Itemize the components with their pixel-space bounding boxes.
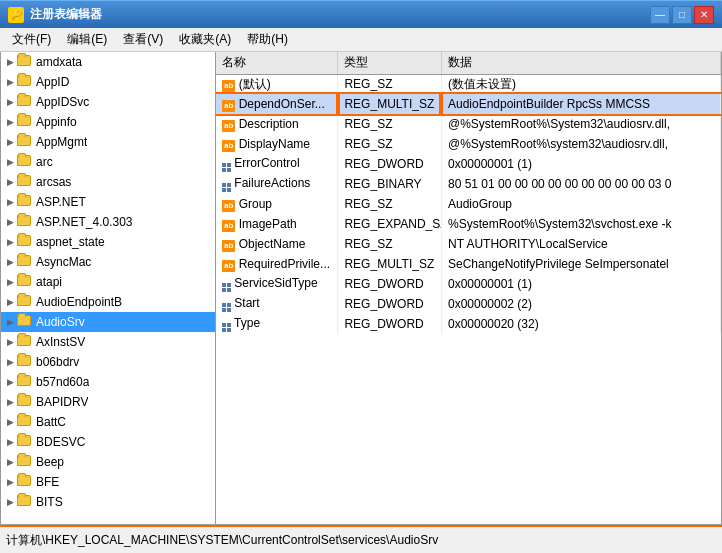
expand-arrow-icon: ▶: [5, 77, 15, 87]
value-type: REG_MULTI_SZ: [338, 94, 442, 114]
table-row[interactable]: ab ObjectNameREG_SZNT AUTHORITY\LocalSer…: [216, 234, 721, 254]
value-type: REG_EXPAND_SZ: [338, 214, 442, 234]
value-data: AudioGroup: [441, 194, 720, 214]
table-row[interactable]: ServiceSidTypeREG_DWORD0x00000001 (1): [216, 274, 721, 294]
value-data: @%SystemRoot%\System32\audiosrv.dll,: [441, 114, 720, 134]
menu-help[interactable]: 帮助(H): [239, 29, 296, 50]
folder-icon: [17, 135, 33, 149]
table-row[interactable]: ab DescriptionREG_SZ@%SystemRoot%\System…: [216, 114, 721, 134]
close-button[interactable]: ✕: [694, 6, 714, 24]
value-data: 0x00000001 (1): [441, 274, 720, 294]
tree-item[interactable]: ▶BattC: [1, 412, 215, 432]
menu-edit[interactable]: 编辑(E): [59, 29, 115, 50]
tree-item[interactable]: ▶arcsas: [1, 172, 215, 192]
folder-icon: [17, 235, 33, 249]
tree-item[interactable]: ▶BDESVC: [1, 432, 215, 452]
tree-item[interactable]: ▶BAPIDRV: [1, 392, 215, 412]
value-data: 0x00000001 (1): [441, 154, 720, 174]
table-row[interactable]: ab GroupREG_SZAudioGroup: [216, 194, 721, 214]
table-row[interactable]: StartREG_DWORD0x00000002 (2): [216, 294, 721, 314]
folder-icon: [17, 295, 33, 309]
tree-item[interactable]: ▶arc: [1, 152, 215, 172]
value-data: %SystemRoot%\System32\svchost.exe -k: [441, 214, 720, 234]
tree-item-label: arcsas: [36, 175, 71, 189]
tree-item[interactable]: ▶atapi: [1, 272, 215, 292]
tree-panel[interactable]: ▶amdxata▶AppID▶AppIDSvc▶Appinfo▶AppMgmt▶…: [1, 52, 216, 524]
value-data: 0x00000020 (32): [441, 314, 720, 334]
tree-item[interactable]: ▶b06bdrv: [1, 352, 215, 372]
tree-item-label: ASP.NET_4.0.303: [36, 215, 133, 229]
folder-icon: [17, 455, 33, 469]
expand-arrow-icon: ▶: [5, 137, 15, 147]
table-row[interactable]: ab (默认)REG_SZ(数值未设置): [216, 74, 721, 94]
tree-item-label: AsyncMac: [36, 255, 91, 269]
app-icon: 🔑: [8, 7, 24, 23]
expand-arrow-icon: ▶: [5, 277, 15, 287]
value-name: ab RequiredPrivile...: [216, 254, 338, 274]
table-row[interactable]: FailureActionsREG_BINARY80 51 01 00 00 0…: [216, 174, 721, 194]
tree-item-label: arc: [36, 155, 53, 169]
folder-icon: [17, 215, 33, 229]
tree-item-label: BFE: [36, 475, 59, 489]
value-name: ab Description: [216, 114, 338, 134]
tree-item[interactable]: ▶ASP.NET_4.0.303: [1, 212, 215, 232]
expand-arrow-icon: ▶: [5, 397, 15, 407]
values-panel[interactable]: 名称 类型 数据 ab (默认)REG_SZ(数值未设置)ab DependOn…: [216, 52, 721, 524]
tree-item[interactable]: ▶AxInstSV: [1, 332, 215, 352]
value-data: @%SystemRoot%\system32\audiosrv.dll,: [441, 134, 720, 154]
grid-icon: [222, 283, 231, 292]
status-label: 计算机\: [6, 532, 45, 549]
tree-item[interactable]: ▶AsyncMac: [1, 252, 215, 272]
folder-icon: [17, 275, 33, 289]
tree-item-label: aspnet_state: [36, 235, 105, 249]
expand-arrow-icon: ▶: [5, 57, 15, 67]
folder-icon: [17, 175, 33, 189]
table-row[interactable]: ab ImagePathREG_EXPAND_SZ%SystemRoot%\Sy…: [216, 214, 721, 234]
status-path: HKEY_LOCAL_MACHINE\SYSTEM\CurrentControl…: [45, 533, 438, 547]
tree-item[interactable]: ▶AudioSrv: [1, 312, 215, 332]
ab-icon: ab: [222, 240, 235, 252]
tree-item[interactable]: ▶AppMgmt: [1, 132, 215, 152]
table-row[interactable]: TypeREG_DWORD0x00000020 (32): [216, 314, 721, 334]
grid-icon: [222, 303, 231, 312]
expand-arrow-icon: ▶: [5, 337, 15, 347]
ab-icon: ab: [222, 200, 235, 212]
tree-item[interactable]: ▶Appinfo: [1, 112, 215, 132]
value-name: ab DependOnSer...: [216, 94, 338, 114]
col-header-name: 名称: [216, 52, 338, 74]
tree-item[interactable]: ▶AppID: [1, 72, 215, 92]
folder-icon: [17, 395, 33, 409]
table-row[interactable]: ab RequiredPrivile...REG_MULTI_SZSeChang…: [216, 254, 721, 274]
main-area: ▶amdxata▶AppID▶AppIDSvc▶Appinfo▶AppMgmt▶…: [0, 52, 722, 525]
minimize-button[interactable]: —: [650, 6, 670, 24]
folder-icon: [17, 155, 33, 169]
tree-item[interactable]: ▶AppIDSvc: [1, 92, 215, 112]
tree-item-label: AudioEndpointB: [36, 295, 122, 309]
tree-item-label: ASP.NET: [36, 195, 86, 209]
menu-file[interactable]: 文件(F): [4, 29, 59, 50]
table-row[interactable]: ab DependOnSer...REG_MULTI_SZAudioEndpoi…: [216, 94, 721, 114]
folder-icon: [17, 55, 33, 69]
value-name: Start: [216, 294, 338, 314]
tree-item-label: Appinfo: [36, 115, 77, 129]
tree-item[interactable]: ▶aspnet_state: [1, 232, 215, 252]
table-row[interactable]: ab DisplayNameREG_SZ@%SystemRoot%\system…: [216, 134, 721, 154]
tree-item[interactable]: ▶AudioEndpointB: [1, 292, 215, 312]
tree-item[interactable]: ▶BFE: [1, 472, 215, 492]
value-name: ServiceSidType: [216, 274, 338, 294]
value-name: FailureActions: [216, 174, 338, 194]
tree-item[interactable]: ▶BITS: [1, 492, 215, 512]
menu-favorites[interactable]: 收藏夹(A): [171, 29, 239, 50]
table-row[interactable]: ErrorControlREG_DWORD0x00000001 (1): [216, 154, 721, 174]
tree-item[interactable]: ▶Beep: [1, 452, 215, 472]
ab-icon: ab: [222, 220, 235, 232]
menu-view[interactable]: 查看(V): [115, 29, 171, 50]
expand-arrow-icon: ▶: [5, 457, 15, 467]
value-name: ab ImagePath: [216, 214, 338, 234]
tree-item[interactable]: ▶ASP.NET: [1, 192, 215, 212]
maximize-button[interactable]: □: [672, 6, 692, 24]
tree-item[interactable]: ▶amdxata: [1, 52, 215, 72]
col-header-type: 类型: [338, 52, 442, 74]
tree-item-label: AppIDSvc: [36, 95, 89, 109]
tree-item[interactable]: ▶b57nd60a: [1, 372, 215, 392]
